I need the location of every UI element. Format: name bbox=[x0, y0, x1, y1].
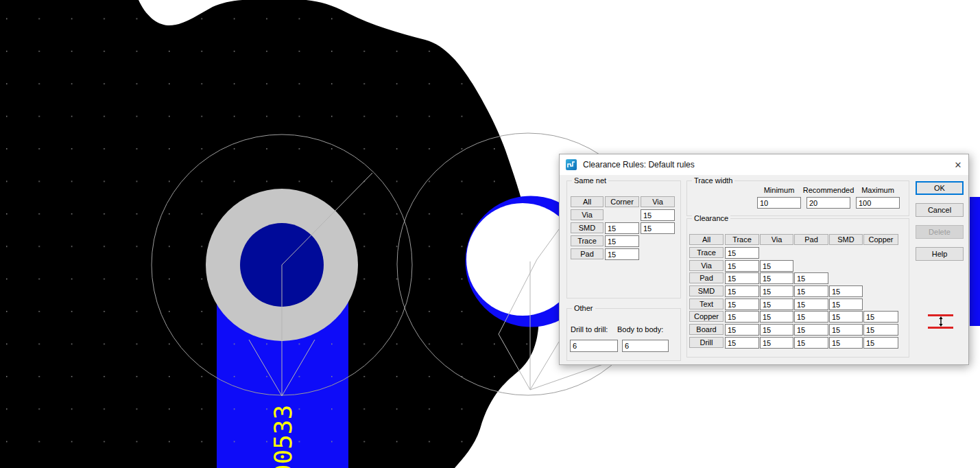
app-icon bbox=[566, 159, 577, 170]
clearance-row-header-via[interactable]: Via bbox=[689, 260, 724, 271]
clearance-input-text-0[interactable] bbox=[725, 299, 759, 310]
close-icon[interactable]: ✕ bbox=[948, 154, 968, 175]
same-net-row-header-trace[interactable]: Trace bbox=[571, 235, 603, 246]
drill-to-drill-label: Drill to drill: bbox=[571, 325, 608, 334]
same-net-input-smd-0[interactable] bbox=[605, 222, 639, 234]
clearance-col-header-smd[interactable]: SMD bbox=[829, 234, 863, 245]
clearance-col-header-trace[interactable]: Trace bbox=[725, 234, 759, 245]
clearance-input-copper-0[interactable] bbox=[725, 311, 759, 323]
clearance-input-text-1[interactable] bbox=[760, 299, 793, 310]
clearance-input-smd-3[interactable] bbox=[829, 285, 863, 297]
clearance-input-drill-0[interactable] bbox=[725, 337, 759, 349]
dialog-title: Clearance Rules: Default rules bbox=[583, 160, 695, 169]
clearance-col-header-pad[interactable]: Pad bbox=[794, 234, 828, 245]
clearance-row-header-drill[interactable]: Drill bbox=[689, 337, 724, 348]
clearance-input-smd-1[interactable] bbox=[760, 285, 793, 297]
help-button[interactable]: Help bbox=[916, 247, 964, 261]
same-net-input-pad-0[interactable] bbox=[605, 248, 639, 260]
same-net-row-header-via[interactable]: Via bbox=[571, 209, 603, 220]
clearance-input-copper-2[interactable] bbox=[794, 311, 828, 323]
ok-button[interactable]: OK bbox=[916, 181, 964, 195]
same-net-row-header-smd[interactable]: SMD bbox=[571, 222, 603, 233]
cancel-button[interactable]: Cancel bbox=[916, 203, 964, 217]
same-net-col-header-via[interactable]: Via bbox=[641, 196, 675, 207]
clearance-input-pad-0[interactable] bbox=[725, 272, 759, 284]
same-net-col-header-all[interactable]: All bbox=[571, 196, 603, 207]
clearance-input-pad-1[interactable] bbox=[760, 272, 793, 284]
clearance-input-copper-4[interactable] bbox=[863, 311, 898, 323]
screen: 00533 Clearance Rules: Default rules ✕ S… bbox=[0, 0, 980, 468]
clearance-input-board-0[interactable] bbox=[725, 324, 759, 336]
body-to-body-label: Body to body: bbox=[617, 325, 663, 334]
other-legend: Other bbox=[572, 304, 595, 312]
clearance-input-copper-3[interactable] bbox=[829, 311, 863, 323]
clearance-input-via-1[interactable] bbox=[760, 260, 793, 272]
trace-width-max-label: Maximum bbox=[850, 186, 905, 194]
same-net-legend: Same net bbox=[572, 176, 608, 185]
body-to-body-input[interactable] bbox=[622, 340, 669, 352]
dialog-titlebar[interactable]: Clearance Rules: Default rules ✕ bbox=[560, 154, 968, 175]
trace-right-edge[interactable] bbox=[970, 197, 980, 326]
clearance-input-smd-2[interactable] bbox=[794, 285, 828, 297]
clearance-input-drill-4[interactable] bbox=[863, 337, 898, 349]
other-group: Other bbox=[566, 308, 681, 361]
clearance-row-header-pad[interactable]: Pad bbox=[689, 272, 724, 283]
trace-width-rec-input[interactable] bbox=[806, 197, 850, 209]
same-net-row-header-pad[interactable]: Pad bbox=[571, 248, 603, 259]
clearance-input-drill-2[interactable] bbox=[794, 337, 828, 349]
clearance-input-via-0[interactable] bbox=[725, 260, 759, 272]
pcb-ref-designator-text[interactable]: 00533 bbox=[269, 405, 297, 468]
clearance-row-header-text[interactable]: Text bbox=[689, 299, 724, 309]
same-net-input-smd-1[interactable] bbox=[641, 222, 675, 234]
clearance-col-header-via[interactable]: Via bbox=[760, 234, 793, 245]
clearance-input-copper-1[interactable] bbox=[760, 311, 793, 323]
clearance-input-smd-0[interactable] bbox=[725, 285, 759, 297]
same-net-col-header-corner[interactable]: Corner bbox=[605, 196, 639, 207]
same-net-input-via-1[interactable] bbox=[641, 209, 675, 221]
drill-to-drill-input[interactable] bbox=[570, 340, 618, 352]
clearance-col-header-copper[interactable]: Copper bbox=[863, 234, 898, 245]
clearance-input-trace-0[interactable] bbox=[725, 247, 759, 259]
clearance-input-drill-3[interactable] bbox=[829, 337, 863, 349]
clearance-input-board-3[interactable] bbox=[829, 324, 863, 336]
trace-width-min-input[interactable] bbox=[757, 197, 801, 209]
clearance-input-drill-1[interactable] bbox=[760, 337, 793, 349]
clearance-input-board-2[interactable] bbox=[794, 324, 828, 336]
same-net-input-trace-0[interactable] bbox=[605, 235, 639, 247]
clearance-row-header-smd[interactable]: SMD bbox=[689, 285, 724, 296]
clearance-legend: Clearance bbox=[692, 214, 730, 222]
clearance-input-board-4[interactable] bbox=[863, 324, 898, 336]
clearance-input-text-3[interactable] bbox=[829, 299, 863, 310]
trace-width-legend: Trace width bbox=[692, 176, 734, 185]
delete-button[interactable]: Delete bbox=[916, 225, 964, 239]
clearance-input-pad-2[interactable] bbox=[794, 272, 828, 284]
clearance-row-header-copper[interactable]: Copper bbox=[689, 311, 724, 322]
clearance-gap-icon bbox=[927, 312, 955, 331]
clearance-input-board-1[interactable] bbox=[760, 324, 793, 336]
clearance-rules-dialog: Clearance Rules: Default rules ✕ Same ne… bbox=[559, 154, 969, 365]
clearance-col-header-all[interactable]: All bbox=[689, 234, 724, 245]
trace-width-max-input[interactable] bbox=[856, 197, 900, 209]
clearance-row-header-board[interactable]: Board bbox=[689, 324, 724, 335]
clearance-input-text-2[interactable] bbox=[794, 299, 828, 310]
clearance-row-header-trace[interactable]: Trace bbox=[689, 247, 724, 258]
